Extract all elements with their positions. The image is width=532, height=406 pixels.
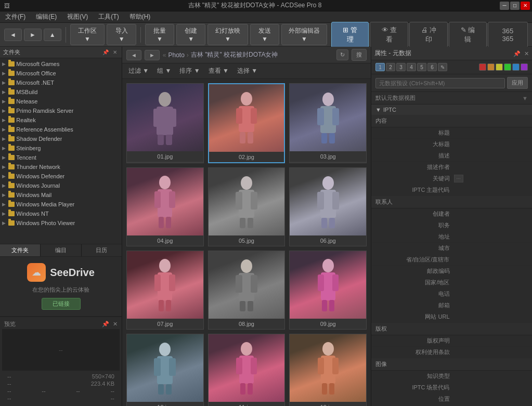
tree-item-msbuild[interactable]: ▶ MSBuild	[0, 87, 122, 97]
tree-item-tencent[interactable]: ▶ Tencent	[0, 153, 122, 162]
image-cell-9[interactable]: JPG 09.jpg	[289, 251, 367, 330]
svg-rect-65	[248, 383, 253, 395]
meta-tab-4[interactable]: 4	[407, 63, 416, 71]
breadcrumb-folder[interactable]: 吉林 "精灵" 校花被封DOTA女神	[191, 50, 278, 59]
tree-item-windows-mail[interactable]: ▶ Windows Mail	[0, 190, 122, 200]
meta-tab-edit[interactable]: ✎	[438, 63, 447, 71]
tab-calendar[interactable]: 日历	[82, 244, 122, 256]
send-button[interactable]: 发送 ▼	[250, 24, 279, 45]
tree-item-netease[interactable]: ▶ Netease	[0, 97, 122, 106]
external-editor-button[interactable]: 外部编辑器 ▼	[281, 24, 327, 45]
breadcrumb-photo[interactable]: Photo	[168, 51, 184, 59]
meta-tab-6[interactable]: 6	[427, 63, 437, 71]
meta-tab-5[interactable]: 5	[417, 63, 426, 71]
tree-item-microsoft-games[interactable]: ▶ Microsoft Games	[0, 59, 122, 69]
refresh-button[interactable]: ↻	[336, 49, 348, 60]
preview-close-icon[interactable]: ✕	[113, 321, 118, 327]
tree-item-microsoft-net[interactable]: ▶ Microsoft .NET	[0, 78, 122, 87]
tree-item-primo[interactable]: ▶ Primo Ramdisk Server	[0, 106, 122, 115]
tree-item-windows-media[interactable]: ▶ Windows Media Player	[0, 200, 122, 209]
tree-item-windows-journal[interactable]: ▶ Windows Journal	[0, 181, 122, 190]
meta-tab-3[interactable]: 3	[396, 63, 406, 71]
back-button[interactable]: ◄	[4, 29, 22, 41]
svg-rect-57	[169, 358, 176, 376]
tree-item-steinberg[interactable]: ▶ Steinberg	[0, 143, 122, 153]
menu-tools[interactable]: 工具(T)	[95, 11, 122, 22]
tab-edit[interactable]: ✎ 编辑	[449, 22, 486, 48]
preview-pin-icon[interactable]: 📌	[102, 321, 109, 327]
up-button[interactable]: ▲	[44, 29, 61, 41]
image-cell-8[interactable]: JPG 08.jpg	[208, 251, 286, 330]
batch-button[interactable]: 批量 ▼	[145, 24, 174, 45]
tree-item-windows-nt[interactable]: ▶ Windows NT	[0, 209, 122, 218]
nav-forward-button[interactable]: ►	[145, 50, 160, 60]
image-cell-4[interactable]: JPG 04.jpg	[126, 167, 204, 246]
metadata-pin-icon[interactable]: 📌	[513, 50, 521, 57]
import-button[interactable]: 导入 ▼	[107, 24, 136, 45]
window-controls: ─ □ ✕	[500, 2, 530, 10]
minimize-button[interactable]: ─	[500, 2, 509, 10]
image-cell-12[interactable]: JPG 12.jpg	[289, 334, 367, 406]
image-cell-11[interactable]: JPG 11.jpg	[208, 334, 286, 406]
close-button[interactable]: ✕	[521, 2, 530, 10]
color-tab-red[interactable]	[479, 63, 486, 71]
metadata-view-dropdown-icon[interactable]: ▼	[522, 95, 528, 101]
slideshow-button[interactable]: 幻灯放映 ▼	[207, 24, 248, 45]
tab-manage[interactable]: ⊞ 管理	[331, 22, 369, 48]
tab-view[interactable]: 👁 查看	[370, 22, 408, 48]
panel-close-button[interactable]: ✕	[111, 49, 119, 56]
forward-button[interactable]: ►	[24, 29, 42, 41]
keywords-ellipsis-button[interactable]: ···	[454, 175, 463, 182]
tab-print[interactable]: 🖨 冲印	[409, 22, 448, 48]
svg-rect-17	[329, 133, 335, 143]
create-button[interactable]: 创建 ▼	[176, 24, 205, 45]
sort-button[interactable]: 排序 ▼	[177, 66, 202, 76]
image-cell-1[interactable]: JPG 01.jpg	[126, 83, 204, 163]
search-button[interactable]: 搜	[352, 49, 367, 61]
menu-help[interactable]: 帮助(H)	[126, 11, 154, 22]
menu-edit[interactable]: 编辑(E)	[33, 11, 60, 22]
image-cell-6[interactable]: JPG 06.jpg	[289, 167, 367, 246]
meta-tab-2[interactable]: 2	[386, 63, 395, 71]
color-tab-blue[interactable]	[512, 63, 520, 71]
filter-button[interactable]: 过滤 ▼	[126, 66, 151, 76]
tree-item-microsoft-office[interactable]: ▶ Microsoft Office	[0, 69, 122, 78]
color-tab-yellow[interactable]	[496, 63, 503, 71]
group-button[interactable]: 组 ▼	[155, 66, 173, 76]
image-cell-5[interactable]: JPG 05.jpg	[208, 167, 286, 246]
image-cell-3[interactable]: JPG 03.jpg	[289, 83, 367, 163]
meta-tab-1[interactable]: 1	[375, 63, 385, 71]
color-tab-orange[interactable]	[487, 63, 495, 71]
iptc-section-header[interactable]: ▼ IPTC	[371, 104, 532, 115]
metadata-preset-input[interactable]	[375, 78, 505, 88]
color-tab-green[interactable]	[504, 63, 511, 71]
workspace-button[interactable]: 工作区 ▼	[70, 24, 105, 45]
tree-item-reference[interactable]: ▶ Reference Assemblies	[0, 125, 122, 134]
metadata-close-icon[interactable]: ✕	[524, 50, 529, 57]
tab-365[interactable]: 365 365	[488, 22, 528, 48]
tree-item-windows-defender[interactable]: ▶ Windows Defender	[0, 172, 122, 181]
preview-header: 预览 📌 ✕	[2, 319, 120, 329]
view-button[interactable]: 查看 ▼	[206, 66, 231, 76]
image-cell-7[interactable]: JPG 07.jpg	[126, 251, 204, 330]
image-cell-2[interactable]: JPG ✓ 02.jpg	[208, 83, 286, 163]
seedrive-status-button[interactable]: 已链接	[42, 298, 81, 310]
menu-view[interactable]: 视图(V)	[64, 11, 91, 22]
tree-item-windows-photo[interactable]: ▶ Windows Photo Viewer	[0, 218, 122, 228]
field-label-scene-code: IPTC 场景代码	[375, 384, 454, 391]
tab-catalog[interactable]: 编目	[41, 244, 81, 256]
tree-item-shadow[interactable]: ▶ Shadow Defender	[0, 134, 122, 143]
color-tab-purple[interactable]	[521, 63, 528, 71]
panel-pin-button[interactable]: 📌	[101, 49, 110, 56]
tree-item-realtek[interactable]: ▶ Realtek	[0, 115, 122, 125]
menu-file[interactable]: 文件(F)	[2, 11, 29, 22]
field-label-title: 标题	[375, 129, 454, 137]
select-button[interactable]: 选择 ▼	[235, 66, 259, 76]
tab-files[interactable]: 文件夹	[0, 244, 41, 256]
image-cell-10[interactable]: JPG 10.jpg	[126, 334, 204, 406]
image-thumbnail-12	[290, 334, 366, 402]
nav-back-button[interactable]: ◄	[126, 50, 141, 60]
metadata-apply-button[interactable]: 应用	[507, 77, 528, 89]
tree-item-thunder[interactable]: ▶ Thunder Network	[0, 162, 122, 172]
maximize-button[interactable]: □	[510, 2, 520, 10]
